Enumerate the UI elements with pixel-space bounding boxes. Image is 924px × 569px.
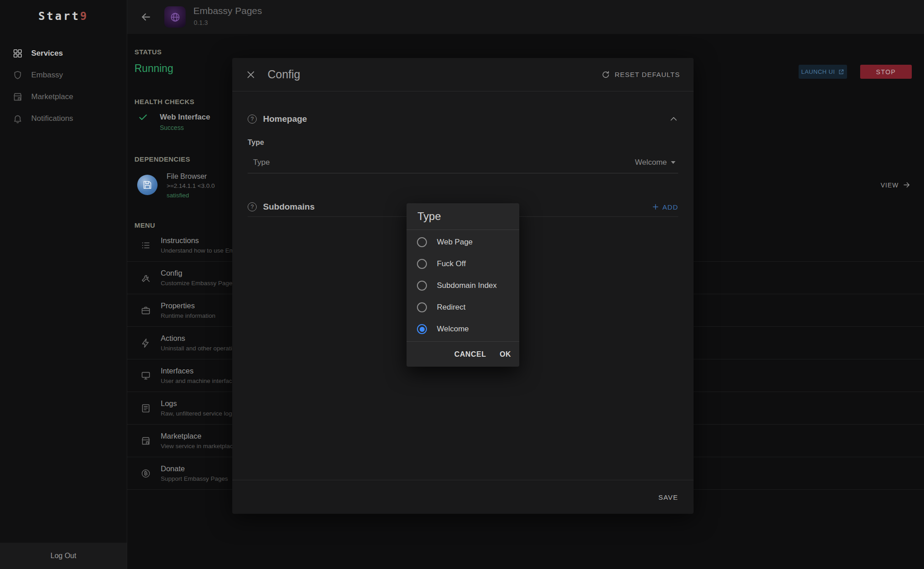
sidebar-nav: Services Embassy Marketplace Notificatio…	[0, 43, 127, 129]
desktop-icon	[141, 371, 151, 381]
radio-option-label: Welcome	[437, 325, 469, 334]
reader-icon	[141, 403, 151, 413]
sidebar-item-label: Marketplace	[31, 92, 73, 101]
type-field-value: Welcome	[635, 158, 667, 167]
menu-item-description: Customize Embassy Pages	[161, 280, 235, 287]
ok-button[interactable]: OK	[500, 350, 511, 359]
briefcase-icon	[141, 306, 151, 316]
menu-item-title: Config	[161, 269, 235, 277]
health-checks-section-label: HEALTH CHECKS	[134, 98, 194, 105]
storefront-icon	[141, 436, 151, 446]
radio-option-label: Web Page	[437, 238, 473, 247]
logout-button[interactable]: Log Out	[0, 543, 127, 569]
radio-option-fuck-off[interactable]: Fuck Off	[407, 253, 519, 275]
menu-section-label: MENU	[134, 221, 155, 229]
sidebar-item-label: Notifications	[31, 114, 73, 123]
bell-icon	[13, 114, 23, 124]
menu-item-title: Actions	[161, 334, 242, 343]
flash-icon	[141, 338, 151, 348]
menu-item-description: User and machine interfaces	[161, 378, 239, 384]
type-select-field[interactable]: Type Welcome	[248, 152, 678, 173]
help-icon[interactable]: ?	[248, 115, 257, 124]
help-icon[interactable]: ?	[248, 202, 257, 211]
radio-option-web-page[interactable]: Web Page	[407, 231, 519, 253]
radio-option-redirect[interactable]: Redirect	[407, 296, 519, 318]
storefront-icon	[13, 92, 23, 102]
menu-item-title: Marketplace	[161, 432, 236, 440]
dependency-view-link[interactable]: VIEW	[881, 181, 910, 189]
health-check-name: Web Interface	[160, 113, 210, 122]
radio-option-label: Redirect	[437, 303, 465, 312]
chevron-up-icon[interactable]	[669, 115, 678, 124]
radio-option-label: Subdomain Index	[437, 281, 497, 290]
sidebar-item-notifications[interactable]: Notifications	[0, 108, 127, 129]
config-modal-header: Config RESET DEFAULTS	[232, 58, 694, 91]
type-dialog: Type Web Page Fuck Off Subdomain Index R…	[407, 203, 519, 367]
sidebar-item-label: Embassy	[31, 71, 63, 80]
globe-icon	[169, 11, 181, 23]
menu-item-description: Runtime information	[161, 312, 215, 319]
back-arrow-icon[interactable]	[140, 11, 152, 23]
screen: Start9 Services Embassy Marketplace Noti…	[0, 0, 924, 569]
status-value: Running	[134, 62, 173, 75]
sidebar-item-embassy[interactable]: Embassy	[0, 64, 127, 86]
dependencies-section-label: DEPENDENCIES	[134, 155, 190, 163]
save-button[interactable]: SAVE	[658, 493, 678, 501]
radio-icon[interactable]	[417, 281, 427, 291]
service-version: 0.1.3	[194, 19, 208, 26]
menu-item-description: Support Embassy Pages	[161, 475, 228, 482]
external-link-icon	[838, 69, 844, 75]
radio-icon[interactable]	[417, 302, 427, 312]
menu-item-description: View service in marketplace	[161, 443, 236, 449]
service-app-icon	[164, 6, 186, 28]
config-modal-title: Config	[268, 68, 300, 81]
radio-selected-icon[interactable]	[417, 324, 427, 334]
shield-icon	[13, 70, 23, 80]
menu-item-description: Uninstall and other operations	[161, 345, 242, 352]
radio-icon[interactable]	[417, 237, 427, 247]
dependency-name: File Browser	[167, 172, 207, 181]
floppy-icon	[142, 180, 153, 190]
close-icon[interactable]	[246, 70, 256, 80]
sidebar-item-label: Services	[31, 49, 63, 58]
plus-icon	[651, 203, 660, 211]
launch-ui-button[interactable]: LAUNCH UI	[799, 65, 847, 79]
sidebar-item-services[interactable]: Services	[0, 43, 127, 64]
dependency-version-range: >=2.14.1.1 <3.0.0	[167, 182, 215, 189]
stop-button[interactable]: STOP	[860, 65, 912, 79]
sidebar: Start9 Services Embassy Marketplace Noti…	[0, 0, 127, 569]
menu-item-title: Interfaces	[161, 367, 239, 375]
radio-option-subdomain-index[interactable]: Subdomain Index	[407, 275, 519, 296]
radio-option-welcome[interactable]: Welcome	[407, 318, 519, 340]
dependency-avatar	[137, 175, 158, 195]
page-title: Embassy Pages	[193, 5, 262, 16]
menu-item-title: Properties	[161, 301, 215, 310]
tools-icon	[141, 273, 151, 283]
service-header: Embassy Pages 0.1.3	[127, 0, 924, 34]
type-dialog-footer: CANCEL OK	[407, 341, 519, 367]
health-check-result: Success	[160, 124, 184, 131]
add-subdomain-button[interactable]: ADD	[651, 203, 678, 211]
type-dialog-title: Type	[407, 203, 519, 230]
start9-logo: Start9	[0, 10, 127, 23]
menu-item-description: Raw, unfiltered service logs	[161, 410, 235, 417]
homepage-section-title: Homepage	[263, 114, 307, 124]
config-modal-footer: SAVE	[232, 480, 694, 514]
list-icon	[141, 240, 151, 250]
grid-icon	[13, 48, 23, 58]
bitcoin-icon	[141, 469, 151, 478]
status-section-label: STATUS	[134, 48, 162, 56]
cancel-button[interactable]: CANCEL	[455, 350, 486, 359]
arrow-forward-icon	[903, 181, 910, 189]
subdomains-section-title: Subdomains	[263, 202, 315, 212]
radio-option-label: Fuck Off	[437, 259, 466, 268]
sidebar-item-marketplace[interactable]: Marketplace	[0, 86, 127, 108]
menu-item-title: Logs	[161, 399, 235, 408]
type-group-label: Type	[248, 139, 264, 147]
radio-icon[interactable]	[417, 259, 427, 269]
caret-down-icon	[671, 161, 675, 164]
refresh-icon	[601, 70, 610, 79]
reset-defaults-button[interactable]: RESET DEFAULTS	[601, 70, 680, 79]
type-options-list: Web Page Fuck Off Subdomain Index Redire…	[407, 230, 519, 340]
type-field-label: Type	[248, 158, 270, 167]
